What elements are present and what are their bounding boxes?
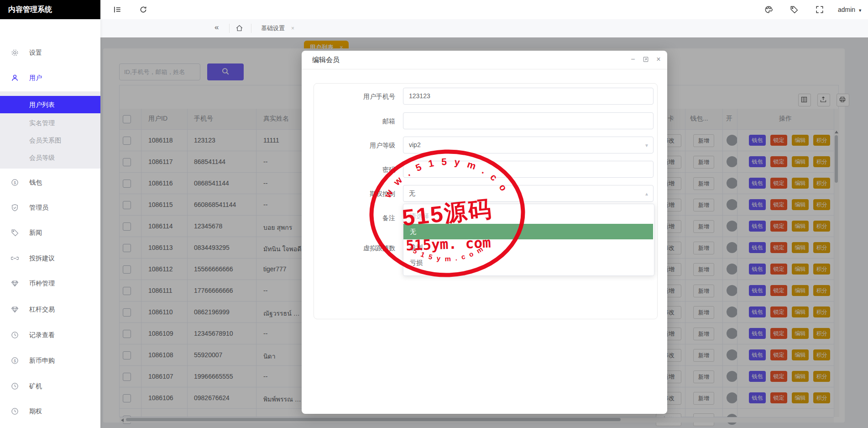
minimize-icon[interactable]: − xyxy=(629,55,637,63)
sidebar-item-12[interactable]: 记录查看 xyxy=(0,329,100,341)
dollar-icon: $ xyxy=(11,178,19,186)
sidebar-item-14[interactable]: 矿机 xyxy=(0,380,100,392)
tabs-scroll-left[interactable]: « xyxy=(214,23,219,32)
dropdown-option-0[interactable]: 请选择 xyxy=(403,208,653,224)
field-input-0[interactable]: 123123 xyxy=(403,88,654,105)
caret-up-icon: ▲ xyxy=(644,191,649,196)
tab-bar: « 基础设置× 用户列表× » ∨ xyxy=(100,19,868,38)
divider xyxy=(302,69,667,69)
menu-toggle-icon[interactable] xyxy=(113,5,121,14)
user-menu[interactable]: admin▼ xyxy=(838,6,862,13)
sidebar-subitem-2[interactable]: 用户列表 xyxy=(0,96,100,113)
dropdown-option-3[interactable]: 亏损 xyxy=(403,255,653,270)
sidebar-item-13[interactable]: $新币申购 xyxy=(0,354,100,366)
caret-down-icon: ▼ xyxy=(644,143,649,148)
sidebar: 设置用户用户列表实名管理会员关系图会员等级$钱包管理员新闻投拆建议币种管理杠杆交… xyxy=(0,19,100,428)
field-label: 用户等级 xyxy=(315,142,395,150)
field-label: 密码 xyxy=(315,166,395,174)
sidebar-item-8[interactable]: 新闻 xyxy=(0,227,100,238)
sidebar-item-0[interactable]: 设置 xyxy=(0,47,100,58)
field-select-2[interactable]: vip2 xyxy=(403,137,654,153)
gear-icon xyxy=(11,48,19,56)
close-icon[interactable]: × xyxy=(291,25,294,32)
field-label: 期权控制 xyxy=(315,190,395,198)
field-select-4[interactable]: 无 xyxy=(403,185,654,202)
dialog-title: 编辑会员 xyxy=(312,56,340,64)
svg-text:$: $ xyxy=(14,180,16,185)
tag-icon xyxy=(11,228,19,236)
sidebar-subitem-4[interactable]: 会员关系图 xyxy=(0,132,100,149)
clock-icon xyxy=(11,331,19,338)
refresh-icon[interactable] xyxy=(139,5,147,14)
sidebar-subitem-3[interactable]: 实名管理 xyxy=(0,114,100,132)
sidebar-item-10[interactable]: 币种管理 xyxy=(0,277,100,289)
home-icon[interactable] xyxy=(235,24,243,34)
field-input-1[interactable] xyxy=(403,112,654,129)
maximize-icon[interactable] xyxy=(642,56,650,64)
sidebar-subitem-5[interactable]: 会员等级 xyxy=(0,149,100,166)
user-icon xyxy=(11,74,19,81)
field-label: 邮箱 xyxy=(315,117,395,126)
fullscreen-icon[interactable] xyxy=(816,5,824,14)
field-input-3[interactable] xyxy=(403,161,654,178)
palette-icon[interactable] xyxy=(764,5,773,14)
field-label: 虚拟跟随数 xyxy=(315,244,395,253)
svg-text:$: $ xyxy=(14,359,16,363)
sidebar-item-7[interactable]: 管理员 xyxy=(0,201,100,213)
diamond-icon xyxy=(11,305,19,313)
link-icon xyxy=(11,254,19,262)
dropdown-option-1[interactable]: 无 xyxy=(403,224,653,239)
clock-icon xyxy=(11,382,19,390)
dropdown-option-2[interactable]: 盈利 xyxy=(403,239,653,255)
sidebar-item-1[interactable]: 用户 xyxy=(0,72,100,84)
field-label: 备注 xyxy=(315,214,395,222)
sidebar-item-11[interactable]: 杠杆交易 xyxy=(0,303,100,315)
divider xyxy=(251,24,251,33)
clock-icon xyxy=(11,407,19,415)
shield-icon xyxy=(11,203,19,211)
field-label: 用户手机号 xyxy=(315,93,395,101)
sidebar-item-15[interactable]: 期权 xyxy=(0,405,100,417)
sidebar-item-6[interactable]: $钱包 xyxy=(0,176,100,188)
sidebar-item-9[interactable]: 投拆建议 xyxy=(0,252,100,264)
caret-down-icon: ▼ xyxy=(858,8,862,13)
app-title: 内容管理系统 xyxy=(0,0,100,19)
diamond-icon xyxy=(11,279,19,287)
user-name: admin xyxy=(838,6,855,13)
close-icon[interactable]: × xyxy=(654,55,663,63)
top-header: 内容管理系统 admin▼ xyxy=(0,0,868,20)
divider xyxy=(229,24,230,33)
tag-icon[interactable] xyxy=(790,5,798,14)
dollar-icon: $ xyxy=(11,356,19,364)
tab-basic-settings[interactable]: 基础设置× xyxy=(261,24,294,32)
